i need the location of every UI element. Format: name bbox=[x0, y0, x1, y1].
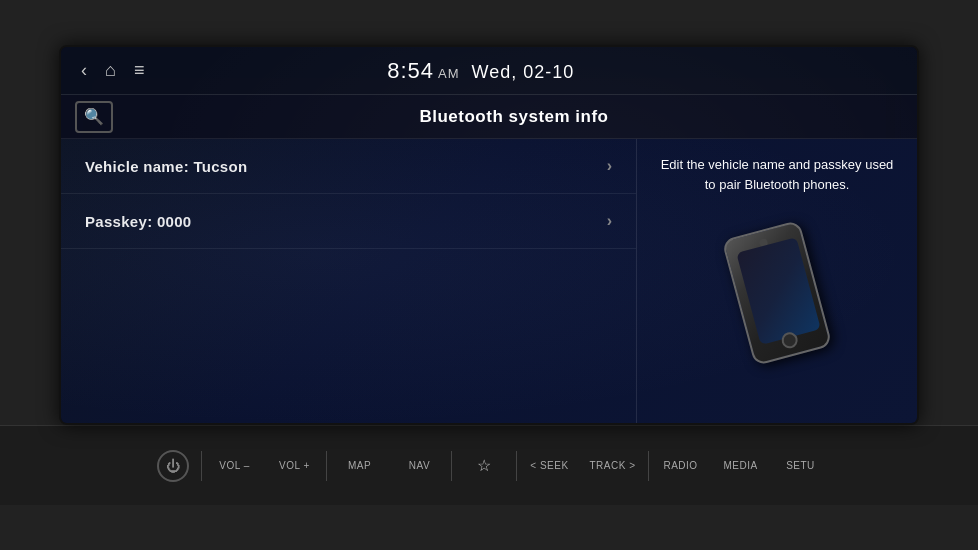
home-button[interactable]: ⌂ bbox=[105, 60, 116, 81]
right-panel: Edit the vehicle name and passkey used t… bbox=[637, 139, 917, 425]
clock-time: 8:54 bbox=[387, 58, 434, 84]
clock-display: 8:54 AM Wed, 02-10 bbox=[387, 58, 574, 84]
power-button[interactable]: ⏻ bbox=[157, 450, 189, 482]
star-icon: ☆ bbox=[477, 456, 492, 475]
infotainment-screen: ‹ ⌂ ≡ 8:54 AM Wed, 02-10 🔍 Bluetooth sys… bbox=[59, 45, 919, 425]
vol-plus-label: VOL + bbox=[279, 460, 310, 471]
help-text: Edit the vehicle name and passkey used t… bbox=[657, 155, 897, 194]
search-button[interactable]: 🔍 bbox=[75, 101, 113, 133]
left-panel: Vehicle name: Tucson › Passkey: 0000 › bbox=[61, 139, 637, 425]
car-infotainment-unit: ‹ ⌂ ≡ 8:54 AM Wed, 02-10 🔍 Bluetooth sys… bbox=[0, 0, 978, 550]
phone-body bbox=[722, 220, 833, 366]
main-content-area: Vehicle name: Tucson › Passkey: 0000 › E… bbox=[61, 139, 917, 425]
seek-back-button[interactable]: < SEEK bbox=[519, 436, 579, 496]
vol-minus-button[interactable]: VOL – bbox=[204, 436, 264, 496]
hardware-controls: ⏻ VOL – VOL + MAP NAV ☆ < SEEK TRACK > bbox=[0, 425, 978, 505]
vehicle-name-chevron: › bbox=[607, 157, 612, 175]
page-title: Bluetooth system info bbox=[125, 107, 903, 127]
phone-screen bbox=[736, 237, 820, 345]
radio-label: RADIO bbox=[663, 460, 697, 471]
top-navigation-bar: ‹ ⌂ ≡ 8:54 AM Wed, 02-10 bbox=[61, 47, 917, 95]
setup-label: SETU bbox=[786, 460, 815, 471]
passkey-chevron: › bbox=[607, 212, 612, 230]
menu-button[interactable]: ≡ bbox=[134, 60, 145, 81]
map-label: MAP bbox=[348, 460, 371, 471]
title-bar: 🔍 Bluetooth system info bbox=[61, 95, 917, 139]
divider-5 bbox=[648, 451, 649, 481]
track-forward-button[interactable]: TRACK > bbox=[579, 436, 645, 496]
divider-2 bbox=[326, 451, 327, 481]
media-label: MEDIA bbox=[723, 460, 757, 471]
nav-icons-group: ‹ ⌂ ≡ bbox=[81, 60, 144, 81]
radio-button[interactable]: RADIO bbox=[651, 436, 711, 496]
track-forward-label: TRACK > bbox=[589, 460, 635, 471]
passkey-label: Passkey: 0000 bbox=[85, 213, 192, 230]
vehicle-name-item[interactable]: Vehicle name: Tucson › bbox=[61, 139, 636, 194]
divider-3 bbox=[451, 451, 452, 481]
clock-ampm: AM bbox=[438, 66, 460, 81]
nav-label: NAV bbox=[409, 460, 430, 471]
setup-button[interactable]: SETU bbox=[771, 436, 831, 496]
favorites-button[interactable]: ☆ bbox=[454, 436, 514, 496]
clock-date: Wed, 02-10 bbox=[471, 62, 574, 83]
vol-plus-button[interactable]: VOL + bbox=[264, 436, 324, 496]
power-icon: ⏻ bbox=[166, 458, 180, 474]
nav-button[interactable]: NAV bbox=[389, 436, 449, 496]
divider-4 bbox=[516, 451, 517, 481]
divider-1 bbox=[201, 451, 202, 481]
vehicle-name-label: Vehicle name: Tucson bbox=[85, 158, 247, 175]
search-icon: 🔍 bbox=[84, 107, 104, 126]
vol-minus-label: VOL – bbox=[219, 460, 249, 471]
map-button[interactable]: MAP bbox=[329, 436, 389, 496]
seek-back-label: < SEEK bbox=[530, 460, 568, 471]
media-button[interactable]: MEDIA bbox=[711, 436, 771, 496]
back-button[interactable]: ‹ bbox=[81, 60, 87, 81]
passkey-item[interactable]: Passkey: 0000 › bbox=[61, 194, 636, 249]
phone-illustration bbox=[722, 218, 832, 358]
